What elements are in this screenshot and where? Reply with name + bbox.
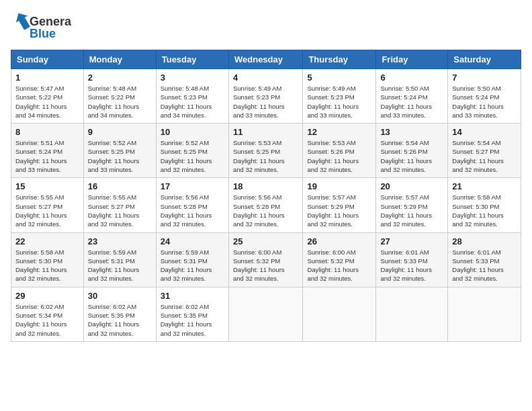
logo-svg: GeneralBlue <box>11 11 71 42</box>
calendar-cell: 9Sunrise: 5:52 AM Sunset: 5:25 PM Daylig… <box>83 124 156 178</box>
calendar-cell: 11Sunrise: 5:53 AM Sunset: 5:25 PM Dayli… <box>228 124 302 178</box>
day-number: 18 <box>233 181 298 191</box>
calendar-cell: 6Sunrise: 5:50 AM Sunset: 5:24 PM Daylig… <box>376 69 448 124</box>
day-number: 9 <box>88 127 152 137</box>
day-detail: Sunrise: 5:48 AM Sunset: 5:23 PM Dayligh… <box>161 84 224 120</box>
calendar-week-5: 29Sunrise: 6:02 AM Sunset: 5:34 PM Dayli… <box>11 287 521 341</box>
calendar-cell: 25Sunrise: 6:00 AM Sunset: 5:32 PM Dayli… <box>228 232 302 287</box>
day-number: 23 <box>88 236 152 246</box>
day-number: 10 <box>161 127 224 137</box>
day-detail: Sunrise: 5:55 AM Sunset: 5:27 PM Dayligh… <box>15 193 79 228</box>
calendar-cell: 2Sunrise: 5:48 AM Sunset: 5:22 PM Daylig… <box>83 69 156 124</box>
day-number: 8 <box>15 127 79 137</box>
column-header-wednesday: Wednesday <box>228 50 302 69</box>
calendar-cell: 27Sunrise: 6:01 AM Sunset: 5:33 PM Dayli… <box>376 232 448 287</box>
day-number: 4 <box>233 73 298 83</box>
day-detail: Sunrise: 6:02 AM Sunset: 5:35 PM Dayligh… <box>161 302 224 338</box>
calendar-cell: 21Sunrise: 5:58 AM Sunset: 5:30 PM Dayli… <box>448 178 521 232</box>
column-header-sunday: Sunday <box>11 50 84 69</box>
calendar-cell: 28Sunrise: 6:01 AM Sunset: 5:33 PM Dayli… <box>448 232 521 287</box>
day-detail: Sunrise: 5:53 AM Sunset: 5:25 PM Dayligh… <box>233 138 298 174</box>
calendar-cell: 24Sunrise: 5:59 AM Sunset: 5:31 PM Dayli… <box>156 232 228 287</box>
day-number: 25 <box>233 236 298 246</box>
calendar-header-row: SundayMondayTuesdayWednesdayThursdayFrid… <box>11 50 521 69</box>
day-number: 1 <box>15 73 79 83</box>
day-detail: Sunrise: 5:50 AM Sunset: 5:24 PM Dayligh… <box>380 84 443 120</box>
day-detail: Sunrise: 5:57 AM Sunset: 5:29 PM Dayligh… <box>307 193 371 228</box>
day-detail: Sunrise: 5:56 AM Sunset: 5:28 PM Dayligh… <box>233 193 298 228</box>
column-header-monday: Monday <box>83 50 156 69</box>
day-number: 30 <box>88 291 152 301</box>
day-detail: Sunrise: 5:54 AM Sunset: 5:26 PM Dayligh… <box>380 138 443 174</box>
day-number: 5 <box>307 73 371 83</box>
day-detail: Sunrise: 5:49 AM Sunset: 5:23 PM Dayligh… <box>307 84 371 120</box>
day-number: 7 <box>452 73 517 83</box>
calendar-cell: 3Sunrise: 5:48 AM Sunset: 5:23 PM Daylig… <box>156 69 228 124</box>
day-number: 21 <box>452 181 517 191</box>
column-header-friday: Friday <box>376 50 448 69</box>
calendar-cell: 22Sunrise: 5:58 AM Sunset: 5:30 PM Dayli… <box>11 232 84 287</box>
calendar-cell: 8Sunrise: 5:51 AM Sunset: 5:24 PM Daylig… <box>11 124 84 178</box>
day-detail: Sunrise: 6:01 AM Sunset: 5:33 PM Dayligh… <box>380 248 443 283</box>
day-number: 22 <box>15 236 79 246</box>
svg-text:Blue: Blue <box>30 27 56 40</box>
day-number: 26 <box>307 236 371 246</box>
calendar-cell: 5Sunrise: 5:49 AM Sunset: 5:23 PM Daylig… <box>303 69 376 124</box>
calendar-cell <box>376 287 448 341</box>
calendar-cell <box>228 287 302 341</box>
calendar-cell: 29Sunrise: 6:02 AM Sunset: 5:34 PM Dayli… <box>11 287 84 341</box>
day-number: 31 <box>161 291 224 301</box>
calendar-cell: 14Sunrise: 5:54 AM Sunset: 5:27 PM Dayli… <box>448 124 521 178</box>
day-detail: Sunrise: 5:59 AM Sunset: 5:31 PM Dayligh… <box>161 248 224 283</box>
column-header-saturday: Saturday <box>448 50 521 69</box>
day-detail: Sunrise: 5:59 AM Sunset: 5:31 PM Dayligh… <box>88 248 152 283</box>
calendar-cell <box>448 287 521 341</box>
day-detail: Sunrise: 5:52 AM Sunset: 5:25 PM Dayligh… <box>88 138 152 174</box>
calendar-week-2: 8Sunrise: 5:51 AM Sunset: 5:24 PM Daylig… <box>11 124 521 178</box>
column-header-thursday: Thursday <box>303 50 376 69</box>
day-number: 6 <box>380 73 443 83</box>
calendar-cell: 12Sunrise: 5:53 AM Sunset: 5:26 PM Dayli… <box>303 124 376 178</box>
day-number: 19 <box>307 181 371 191</box>
day-detail: Sunrise: 5:56 AM Sunset: 5:28 PM Dayligh… <box>161 193 224 228</box>
day-number: 15 <box>15 181 79 191</box>
calendar-cell: 16Sunrise: 5:55 AM Sunset: 5:27 PM Dayli… <box>83 178 156 232</box>
day-detail: Sunrise: 5:54 AM Sunset: 5:27 PM Dayligh… <box>452 138 517 174</box>
day-detail: Sunrise: 5:58 AM Sunset: 5:30 PM Dayligh… <box>15 248 79 283</box>
calendar-cell: 7Sunrise: 5:50 AM Sunset: 5:24 PM Daylig… <box>448 69 521 124</box>
day-detail: Sunrise: 5:57 AM Sunset: 5:29 PM Dayligh… <box>380 193 443 228</box>
day-detail: Sunrise: 6:01 AM Sunset: 5:33 PM Dayligh… <box>452 248 517 283</box>
calendar-cell: 23Sunrise: 5:59 AM Sunset: 5:31 PM Dayli… <box>83 232 156 287</box>
day-number: 17 <box>161 181 224 191</box>
calendar-cell: 1Sunrise: 5:47 AM Sunset: 5:22 PM Daylig… <box>11 69 84 124</box>
day-detail: Sunrise: 5:53 AM Sunset: 5:26 PM Dayligh… <box>307 138 371 174</box>
day-number: 29 <box>15 291 79 301</box>
calendar-cell: 10Sunrise: 5:52 AM Sunset: 5:25 PM Dayli… <box>156 124 228 178</box>
day-detail: Sunrise: 6:00 AM Sunset: 5:32 PM Dayligh… <box>307 248 371 283</box>
day-detail: Sunrise: 6:00 AM Sunset: 5:32 PM Dayligh… <box>233 248 298 283</box>
svg-text:General: General <box>30 15 71 28</box>
day-detail: Sunrise: 6:02 AM Sunset: 5:35 PM Dayligh… <box>88 302 152 338</box>
day-number: 24 <box>161 236 224 246</box>
calendar-cell: 26Sunrise: 6:00 AM Sunset: 5:32 PM Dayli… <box>303 232 376 287</box>
day-detail: Sunrise: 5:52 AM Sunset: 5:25 PM Dayligh… <box>161 138 224 174</box>
day-number: 11 <box>233 127 298 137</box>
page-header: GeneralBlue <box>11 11 521 42</box>
day-detail: Sunrise: 5:58 AM Sunset: 5:30 PM Dayligh… <box>452 193 517 228</box>
calendar-cell <box>303 287 376 341</box>
day-number: 28 <box>452 236 517 246</box>
day-number: 16 <box>88 181 152 191</box>
calendar-cell: 15Sunrise: 5:55 AM Sunset: 5:27 PM Dayli… <box>11 178 84 232</box>
day-detail: Sunrise: 5:49 AM Sunset: 5:23 PM Dayligh… <box>233 84 298 120</box>
calendar-week-4: 22Sunrise: 5:58 AM Sunset: 5:30 PM Dayli… <box>11 232 521 287</box>
day-number: 14 <box>452 127 517 137</box>
day-detail: Sunrise: 5:48 AM Sunset: 5:22 PM Dayligh… <box>88 84 152 120</box>
day-number: 27 <box>380 236 443 246</box>
day-detail: Sunrise: 5:47 AM Sunset: 5:22 PM Dayligh… <box>15 84 79 120</box>
calendar-week-3: 15Sunrise: 5:55 AM Sunset: 5:27 PM Dayli… <box>11 178 521 232</box>
day-detail: Sunrise: 5:50 AM Sunset: 5:24 PM Dayligh… <box>452 84 517 120</box>
logo: GeneralBlue <box>11 11 71 42</box>
day-number: 2 <box>88 73 152 83</box>
calendar-cell: 4Sunrise: 5:49 AM Sunset: 5:23 PM Daylig… <box>228 69 302 124</box>
column-header-tuesday: Tuesday <box>156 50 228 69</box>
